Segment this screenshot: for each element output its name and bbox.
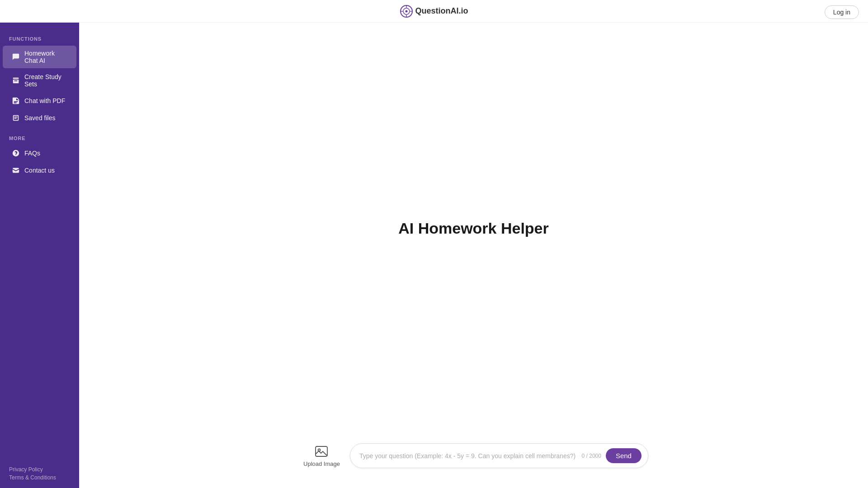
- sidebar-item-label: Homework Chat AI: [24, 50, 67, 64]
- sidebar-item-label: Chat with PDF: [24, 97, 65, 104]
- svg-point-2: [405, 10, 407, 12]
- logo-text: QuestionAI.io: [415, 6, 468, 16]
- send-button[interactable]: Send: [606, 448, 642, 463]
- mail-icon: [12, 166, 20, 174]
- chat-input-wrapper: 0 / 2000 Send: [350, 443, 648, 468]
- chat-input[interactable]: [359, 452, 582, 460]
- sidebar-footer: Privacy Policy Terms & Conditions: [0, 459, 79, 488]
- functions-section-label: FUNCTIONS: [0, 27, 79, 45]
- svg-rect-7: [316, 446, 327, 456]
- sidebar-item-label: FAQs: [24, 150, 40, 157]
- logo: QuestionAI.io: [400, 5, 468, 18]
- more-section-label: MORE: [0, 127, 79, 145]
- sidebar-item-contact[interactable]: Contact us: [3, 162, 76, 178]
- sidebar-item-saved-files[interactable]: Saved files: [3, 110, 76, 126]
- input-area: Upload Image 0 / 2000 Send: [79, 441, 868, 470]
- sidebar-item-label: Create Study Sets: [24, 73, 67, 88]
- login-button[interactable]: Log in: [825, 5, 859, 19]
- privacy-policy-link[interactable]: Privacy Policy: [9, 466, 70, 473]
- sidebar-item-homework-chat[interactable]: Homework Chat AI: [3, 46, 76, 68]
- logo-icon: [400, 5, 413, 18]
- pdf-icon: [12, 97, 20, 105]
- header: QuestionAI.io Log in: [0, 0, 868, 23]
- upload-icon: [314, 444, 329, 459]
- upload-image-button[interactable]: Upload Image: [299, 441, 344, 470]
- sidebar-item-label: Contact us: [24, 167, 55, 174]
- char-count: 0 / 2000: [582, 453, 601, 459]
- sidebar-item-chat-pdf[interactable]: Chat with PDF: [3, 93, 76, 109]
- study-icon: [12, 76, 20, 84]
- page-title: AI Homework Helper: [398, 220, 549, 237]
- help-icon: [12, 149, 20, 157]
- saved-icon: [12, 114, 20, 122]
- sidebar-item-label: Saved files: [24, 114, 55, 122]
- sidebar-item-create-study[interactable]: Create Study Sets: [3, 69, 76, 92]
- sidebar: FUNCTIONS Homework Chat AI Create Study …: [0, 0, 79, 488]
- main-content: AI Homework Helper: [79, 23, 868, 488]
- sidebar-item-faqs[interactable]: FAQs: [3, 145, 76, 161]
- chat-icon: [12, 53, 20, 61]
- upload-label: Upload Image: [303, 460, 340, 467]
- terms-link[interactable]: Terms & Conditions: [9, 474, 70, 481]
